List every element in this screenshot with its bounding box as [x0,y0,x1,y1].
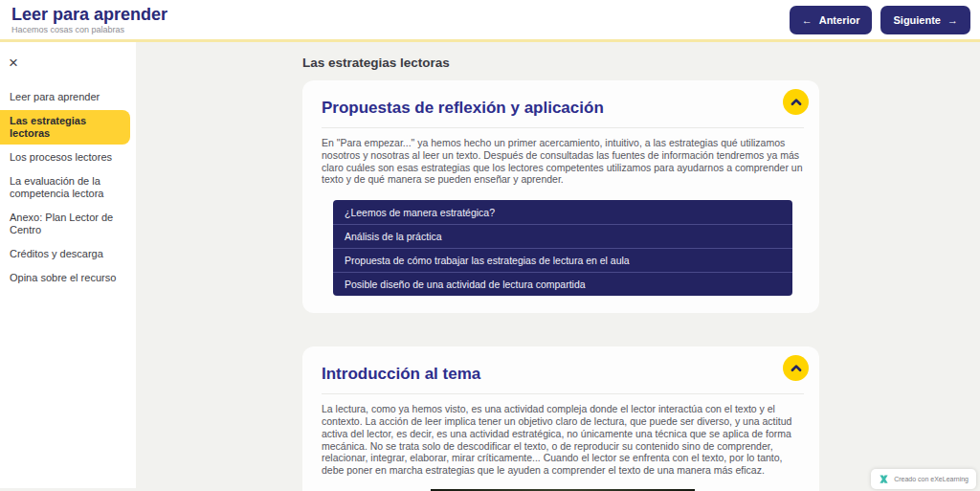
pagination-buttons: ← Anterior Siguiente → [781,6,970,34]
chevron-up-icon [790,362,803,375]
accordion-item-actividad-compartida[interactable]: Posible diseño de una actividad de lectu… [333,272,792,296]
sidebar-item-los-procesos-lectores[interactable]: Los procesos lectores [0,146,136,168]
card-introduccion-al-tema: Introducción al tema La lectura, como ya… [302,346,819,491]
exelearning-x-logo-icon [879,474,889,484]
credit-label: Creado con eXeLearning [894,476,969,482]
sidebar-item-las-estrategias-lectoras[interactable]: Las estrategias lectoras [0,110,130,145]
accordion-item-analisis-practica[interactable]: Análisis de la práctica [333,224,792,248]
page-title: Las estrategias lectoras [302,56,980,70]
sidebar-item-creditos-y-descarga[interactable]: Créditos y descarga [0,243,136,265]
next-button-label: Siguiente [893,14,941,26]
content-area: Las estrategias lectoras Propuestas de r… [136,42,980,488]
divider [322,127,804,128]
previous-button-label: Anterior [819,14,860,26]
next-button[interactable]: Siguiente → [880,6,970,34]
app-header: Leer para aprender Hacemos cosas con pal… [0,0,980,42]
app-branding: Leer para aprender Hacemos cosas con pal… [11,5,167,34]
accordion-list: ¿Leemos de manera estratégica? Análisis … [333,200,792,296]
accordion-item-leemos-estrategica[interactable]: ¿Leemos de manera estratégica? [333,200,792,224]
app-subtitle: Hacemos cosas con palabras [11,25,167,34]
close-icon[interactable]: × [9,56,24,71]
previous-button[interactable]: ← Anterior [790,6,873,34]
collapse-button[interactable] [783,89,809,115]
chevron-up-icon [790,96,803,109]
card-paragraph: La lectura, como ya hemos visto, es una … [322,403,804,477]
sidebar-item-opina-sobre-el-recurso[interactable]: Opina sobre el recurso [0,267,136,289]
accordion-item-propuesta-aula[interactable]: Propuesta de cómo trabajar las estrategi… [333,248,792,272]
sidebar-item-leer-para-aprender[interactable]: Leer para aprender [0,86,136,108]
card-paragraph: En "Para empezar..." ya hemos hecho un p… [322,137,804,186]
left-arrow-icon: ← [802,14,813,26]
card-title: Propuestas de reflexión y aplicación [322,98,804,119]
sidebar: × Leer para aprender Las estrategias lec… [0,42,136,488]
app-title: Leer para aprender [11,5,167,24]
sidebar-item-anexo-plan-lector[interactable]: Anexo: Plan Lector de Centro [0,207,136,241]
exelearning-badge[interactable]: Creado con eXeLearning [871,469,976,489]
divider [322,393,804,394]
right-arrow-icon: → [947,14,958,26]
sidebar-item-evaluacion-competencia-lectora[interactable]: La evaluación de la competencia lectora [0,170,136,205]
card-propuestas-reflexion: Propuestas de reflexión y aplicación En … [302,80,819,313]
collapse-button[interactable] [783,355,809,381]
card-title: Introducción al tema [322,364,804,385]
